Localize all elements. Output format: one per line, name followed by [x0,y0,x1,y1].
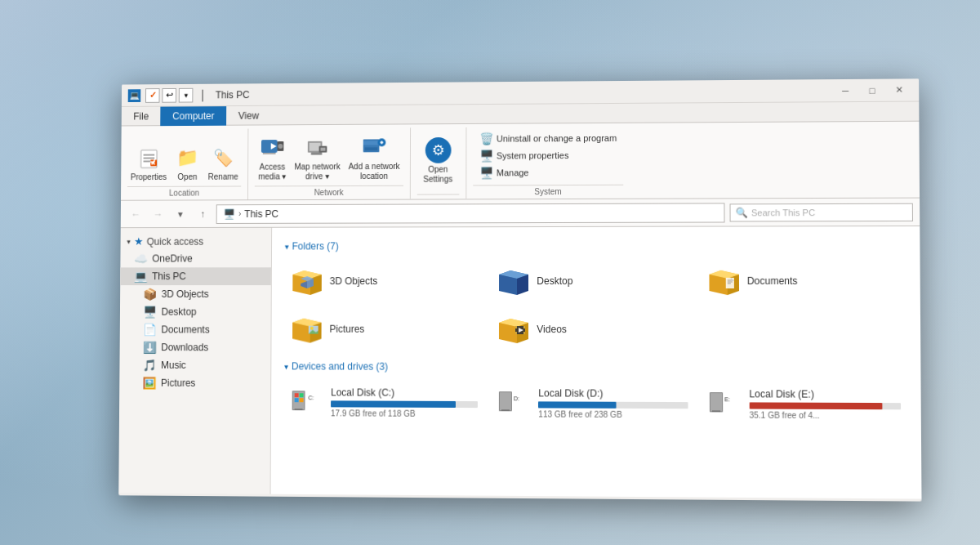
folders-expand-icon: ▾ [285,242,289,251]
window-title: This PC [216,88,250,100]
forward-button[interactable]: → [149,204,167,222]
downloads-icon: ⬇️ [142,341,157,354]
svg-rect-13 [363,141,379,145]
add-network-icon [361,134,387,160]
back-button[interactable]: ← [127,205,145,223]
sidebar: ▾ ★ Quick access ☁️ OneDrive 💻 This PC 📦… [118,227,272,494]
minimize-button[interactable]: ─ [832,82,859,98]
ribbon-add-network-button[interactable]: Add a networklocation [345,132,403,183]
drive-c-bar [331,400,456,408]
ribbon-map-drive-button[interactable]: Map networkdrive ▾ [291,132,343,183]
folder-icon-desktop [497,266,530,294]
undo-qs-button[interactable]: ↩ [162,87,176,102]
quick-access-star-icon: ★ [134,235,144,247]
manage-icon: 🖥️ [479,166,493,179]
address-path-box[interactable]: 🖥️ › This PC [216,202,725,223]
folder-item-pictures[interactable]: Pictures [284,309,484,347]
main-content: ▾ ★ Quick access ☁️ OneDrive 💻 This PC 📦… [118,226,921,498]
drive-e-free: 35.1 GB free of 4... [749,410,901,420]
drive-item-c[interactable]: C: Local Disk (C:) 17.9 GB free of 118 G… [284,382,485,423]
sidebar-item-3d-objects[interactable]: 📦 3D Objects [120,285,271,303]
drive-d-icon: D: [497,388,532,418]
music-icon: 🎵 [142,358,157,371]
window-controls: ─ □ ✕ [832,81,912,98]
system-props-icon: 🖥️ [479,149,493,162]
rename-label: Rename [208,172,238,181]
folder-item-3d-objects[interactable]: 3D Objects [284,261,484,300]
map-drive-label: Map networkdrive ▾ [294,162,340,181]
sidebar-item-pictures[interactable]: 🖼️ Pictures [119,373,270,391]
drive-item-d[interactable]: D: Local Disk (D:) 113 GB free of 238 GB [491,382,694,424]
open-settings-label: OpenSettings [423,164,452,184]
sidebar-item-quick-access[interactable]: ▾ ★ Quick access [121,230,272,249]
downloads-label: Downloads [161,342,208,353]
drive-c-bar-container [331,400,478,408]
maximize-button[interactable]: □ [858,82,885,98]
sidebar-item-desktop[interactable]: 🖥️ Desktop [120,302,271,320]
svg-rect-10 [321,147,326,150]
folder-item-videos[interactable]: Videos [491,309,694,348]
ribbon-open-button[interactable]: 📁 Open [172,143,203,183]
sidebar-item-downloads[interactable]: ⬇️ Downloads [120,338,271,356]
this-pc-icon: 💻 [133,270,148,283]
ribbon-location-items: Properties 📁 Open 🏷️ Rename [127,130,242,184]
folder-name-desktop: Desktop [537,275,572,286]
system-group-label: System [473,184,623,199]
ribbon-open-settings-button[interactable]: ⚙ OpenSettings [416,133,459,187]
ribbon-group-settings: ⚙ OpenSettings [410,127,466,199]
breadcrumb-pc-icon: 🖥️ [223,208,235,219]
folder-icon-videos [497,314,530,342]
search-box[interactable]: 🔍 Search This PC [730,203,914,221]
drives-expand-icon: ▾ [284,361,288,370]
folder-item-documents[interactable]: Documents [701,261,906,300]
svg-rect-19 [725,277,733,288]
ribbon-rename-button[interactable]: 🏷️ Rename [205,143,242,183]
svg-rect-36 [300,398,304,402]
recent-locations-button[interactable]: ▾ [172,204,189,222]
up-button[interactable]: ↑ [194,204,212,222]
save-qs-button[interactable]: ✓ [145,87,160,102]
sidebar-item-music[interactable]: 🎵 Music [119,355,270,373]
sidebar-item-documents[interactable]: 📄 Documents [120,320,271,338]
search-placeholder: Search This PC [751,207,815,217]
desktop-icon: 🖥️ [142,305,157,318]
pictures-label: Pictures [161,377,195,388]
ribbon-access-media-button[interactable]: Accessmedia ▾ [255,133,289,183]
onedrive-label: OneDrive [152,252,192,264]
svg-text:D:: D: [514,395,519,401]
ribbon-settings-items: ⚙ OpenSettings [416,128,459,191]
sidebar-item-onedrive[interactable]: ☁️ OneDrive [120,249,271,267]
svg-text:E:: E: [724,396,730,402]
search-icon: 🔍 [736,206,748,217]
ribbon-uninstall-button[interactable]: 🗑️ Uninstall or change a program [476,129,620,146]
settings-group-spacer [416,194,459,199]
drive-d-name: Local Disk (D:) [538,387,688,400]
gear-icon: ⚙ [425,136,451,163]
folders-section-label: Folders (7) [292,240,339,252]
customize-qs-button[interactable]: ▾ [179,87,194,102]
system-props-label: System properties [497,150,569,160]
music-label: Music [161,360,186,371]
pictures-icon: 🖼️ [142,376,157,389]
tab-computer[interactable]: Computer [161,106,227,126]
tab-file[interactable]: File [122,106,161,126]
add-network-label: Add a networklocation [348,162,399,181]
drive-item-e[interactable]: E: Local Disk (E:) 35.1 GB free of 4... [701,382,907,425]
folder-item-desktop[interactable]: Desktop [491,261,694,299]
sidebar-item-this-pc[interactable]: 💻 This PC [120,267,271,285]
ribbon-properties-button[interactable]: Properties [127,143,170,183]
breadcrumb-separator: › [238,209,241,218]
drives-section-header[interactable]: ▾ Devices and drives (3) [284,360,907,373]
documents-label: Documents [161,324,209,335]
folders-section-header[interactable]: ▾ Folders (7) [285,239,906,252]
ribbon-manage-button[interactable]: 🖥️ Manage [476,163,620,181]
access-media-label: Accessmedia ▾ [258,162,286,181]
map-drive-icon [305,134,331,160]
3d-objects-label: 3D Objects [162,288,209,300]
open-label: Open [177,172,197,181]
tab-view[interactable]: View [226,105,271,125]
close-button[interactable]: ✕ [885,81,912,97]
ribbon-system-props-button[interactable]: 🖥️ System properties [476,146,620,163]
drives-section-label: Devices and drives (3) [292,360,388,372]
drive-d-bar-container [538,401,688,409]
